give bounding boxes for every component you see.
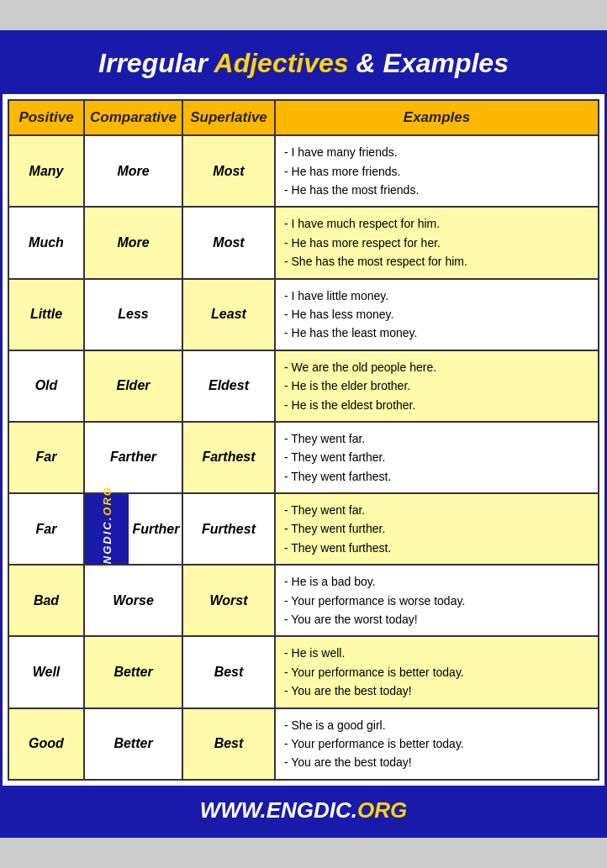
table-row: FarFartherFarthest- They went far.- They… <box>8 422 599 493</box>
cell-examples: - We are the old people here.- He is the… <box>275 350 599 422</box>
cell-positive: Far <box>8 493 84 565</box>
cell-positive: Well <box>8 636 84 708</box>
cell-comparative: Worse <box>84 565 182 636</box>
cell-positive: Little <box>8 279 84 350</box>
header-examples: Examples <box>275 100 599 135</box>
cell-superlative: Worst <box>182 565 275 636</box>
cell-examples: - She is a good girl.- Your performance … <box>275 708 599 780</box>
table-row: FarENGDIC.ORGFurtherFurthest- They went … <box>8 493 599 565</box>
cell-comparative: More <box>84 135 182 207</box>
cell-examples: - They went far.- They went farther.- Th… <box>275 422 599 493</box>
title-highlight: Adjectives <box>214 48 349 78</box>
cell-examples: - I have little money.- He has less mone… <box>275 279 599 350</box>
cell-comparative-watermark: ENGDIC.ORGFurther <box>84 493 182 565</box>
cell-positive: Much <box>8 207 84 278</box>
cell-positive: Old <box>8 350 84 422</box>
cell-positive: Far <box>8 422 84 493</box>
cell-examples: - I have much respect for him.- He has m… <box>275 207 599 278</box>
table-row: MuchMoreMost- I have much respect for hi… <box>8 207 599 278</box>
card: Irregular Adjectives & Examples Positive… <box>0 30 607 838</box>
cell-superlative: Most <box>182 135 275 207</box>
watermark-text: ENGDIC.ORG <box>101 486 113 573</box>
cell-comparative: Better <box>84 708 182 780</box>
table-wrapper: Positive Comparative Superlative Example… <box>3 94 604 786</box>
footer-suffix: ORG <box>357 797 407 823</box>
table-row: WellBetterBest- He is well.- Your perfor… <box>8 636 599 708</box>
header-superlative: Superlative <box>182 100 275 135</box>
cell-comparative: Elder <box>84 350 182 422</box>
page-title: Irregular Adjectives & Examples <box>19 48 588 79</box>
cell-comparative: Farther <box>84 422 182 493</box>
cell-superlative: Best <box>182 708 275 780</box>
cell-comparative: Better <box>84 636 182 708</box>
table-header-row: Positive Comparative Superlative Example… <box>8 100 599 135</box>
table-row: LittleLessLeast- I have little money.- H… <box>8 279 599 350</box>
footer-bar: WWW.ENGDIC.ORG <box>3 786 604 835</box>
cell-superlative: Furthest <box>182 493 275 565</box>
cell-positive: Bad <box>8 565 84 636</box>
cell-examples: - He is a bad boy.- Your performance is … <box>275 565 599 636</box>
cell-superlative: Eldest <box>182 350 275 422</box>
title-suffix: & Examples <box>349 48 509 78</box>
cell-superlative: Least <box>182 279 275 350</box>
header-positive: Positive <box>8 100 84 135</box>
cell-superlative: Best <box>182 636 275 708</box>
footer-prefix: WWW.ENGDIC. <box>200 797 357 823</box>
title-prefix: Irregular <box>98 48 214 78</box>
cell-examples: - He is well.- Your performance is bette… <box>275 636 599 708</box>
header-comparative: Comparative <box>84 100 182 135</box>
cell-superlative: Most <box>182 207 275 278</box>
cell-examples: - They went far.- They went further.- Th… <box>275 493 599 565</box>
table-row: OldElderEldest- We are the old people he… <box>8 350 599 422</box>
watermark-overlay: ENGDIC.ORG <box>85 494 129 564</box>
cell-comparative: More <box>84 207 182 278</box>
adjectives-table: Positive Comparative Superlative Example… <box>8 99 599 781</box>
cell-examples: - I have many friends.- He has more frie… <box>275 135 599 207</box>
footer-text: WWW.ENGDIC.ORG <box>200 797 408 823</box>
table-row: ManyMoreMost- I have many friends.- He h… <box>8 135 599 207</box>
cell-comparative: Less <box>84 279 182 350</box>
title-bar: Irregular Adjectives & Examples <box>3 33 604 94</box>
cell-superlative: Farthest <box>182 422 275 493</box>
cell-positive: Good <box>8 708 84 780</box>
table-row: GoodBetterBest- She is a good girl.- You… <box>8 708 599 780</box>
table-row: BadWorseWorst- He is a bad boy.- Your pe… <box>8 565 599 636</box>
cell-positive: Many <box>8 135 84 207</box>
